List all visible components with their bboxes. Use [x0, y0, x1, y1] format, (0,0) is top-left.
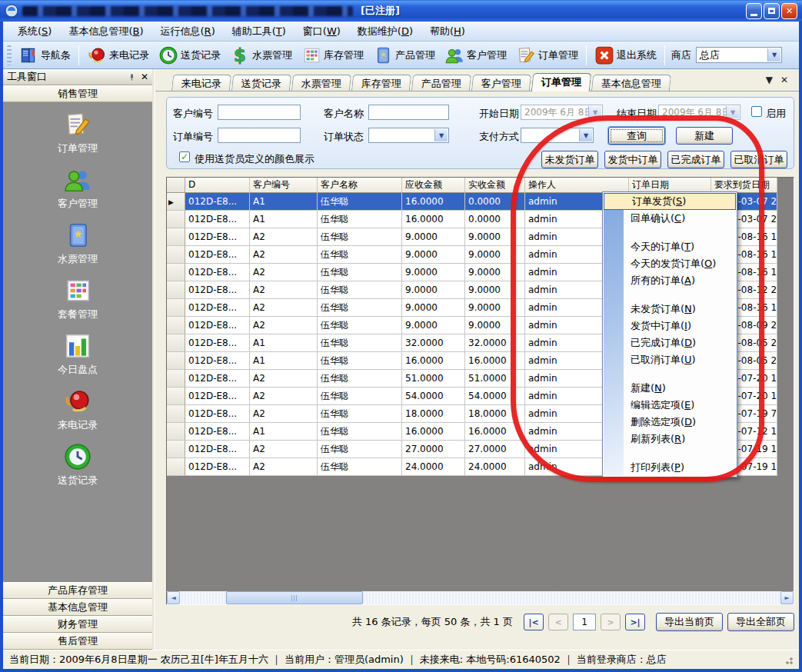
menu-item-6[interactable]: 帮助(H)	[421, 22, 474, 41]
menu-bar: 系统(S)基本信息管理(B)运行信息(R)辅助工具(T)窗口(W)数据维护(D)…	[3, 22, 799, 42]
sidebar-item-5[interactable]: 来电记录	[58, 387, 98, 432]
next-page-button[interactable]: >	[601, 614, 621, 630]
table-cell: 9.0000	[402, 228, 465, 246]
order-code-input[interactable]	[218, 128, 301, 143]
horizontal-scrollbar[interactable]: ◄ ►	[167, 591, 794, 604]
sidebar-item-1[interactable]: 客户管理	[58, 165, 98, 211]
menu-item-1[interactable]: 基本信息管理(B)	[60, 22, 151, 41]
toolbar-button-0[interactable]: 导航条	[14, 43, 75, 68]
row-header[interactable]	[167, 334, 185, 352]
row-header[interactable]	[167, 423, 185, 441]
row-header[interactable]	[167, 299, 185, 317]
row-header[interactable]	[167, 317, 185, 334]
tab-3[interactable]: 库存管理	[351, 75, 411, 91]
tab-close-icon[interactable]: ✕	[780, 75, 788, 85]
bar-chart-icon	[63, 331, 92, 361]
sidebar-item-3[interactable]: 套餐管理	[58, 276, 98, 321]
row-header[interactable]	[167, 281, 185, 299]
tab-0[interactable]: 来电记录	[171, 75, 231, 91]
pagination-bar: 共 16 条记录，每页 50 条，共 1 页 |< < > >| 导出当前页 导…	[166, 612, 794, 632]
column-header[interactable]: 客户名称	[318, 178, 402, 193]
toolbar-button-8[interactable]: 订单管理	[511, 43, 583, 68]
close-icon[interactable]: ✕	[141, 72, 148, 82]
tab-7[interactable]: 基本信息管理	[591, 75, 671, 91]
menu-item-4[interactable]: 窗口(W)	[295, 22, 349, 41]
scrollbar-track[interactable]	[180, 591, 780, 604]
sidebar-group-3[interactable]: 售后管理	[3, 633, 152, 650]
table-cell: 伍华聪	[318, 458, 402, 476]
table-cell: 18.0000	[402, 405, 465, 423]
tab-list-chevron-down-icon[interactable]: ▼	[766, 75, 773, 85]
tab-6[interactable]: 订单管理	[531, 73, 592, 91]
column-header[interactable]: 客户编号	[250, 178, 318, 193]
toolbar-button-2[interactable]: 来电记录	[82, 43, 154, 68]
resize-grip[interactable]	[784, 655, 793, 664]
customer-name-input[interactable]	[368, 105, 449, 120]
use-color-checkbox[interactable]: ✓	[179, 151, 190, 162]
toolbar-button-4[interactable]: $水票管理	[225, 43, 297, 68]
tab-2[interactable]: 水票管理	[291, 75, 351, 91]
row-header[interactable]	[167, 264, 185, 281]
toolbar-button-10[interactable]: 退出系统	[590, 43, 661, 68]
sidebar-group-2[interactable]: 财务管理	[3, 616, 152, 633]
sidebar-item-0[interactable]: 订单管理	[58, 110, 98, 155]
scrollbar-thumb[interactable]	[226, 591, 363, 604]
tab-5[interactable]: 客户管理	[471, 75, 531, 91]
maximize-button[interactable]	[764, 3, 780, 19]
row-header[interactable]	[167, 228, 185, 246]
column-header[interactable]: 应收金额	[402, 178, 465, 193]
row-header[interactable]	[167, 370, 185, 388]
toolbar-grip[interactable]	[7, 45, 12, 65]
shop-combobox[interactable]: 总店 ▼	[696, 47, 782, 63]
navigator-book-icon	[18, 45, 38, 65]
scroll-left-icon[interactable]: ◄	[167, 591, 180, 604]
tab-4[interactable]: 产品管理	[411, 75, 471, 91]
sidebar-item-2[interactable]: 水票管理	[58, 221, 98, 266]
row-header[interactable]	[167, 352, 185, 370]
start-date-value: 2009年 6月 8日	[524, 106, 593, 119]
enable-label: 启用	[766, 107, 786, 121]
enable-checkbox[interactable]	[751, 106, 762, 117]
row-header[interactable]: ▶	[167, 193, 185, 211]
sidebar-group-1[interactable]: 基本信息管理	[3, 599, 152, 616]
table-cell: 012D-E8...	[185, 228, 250, 246]
toolbar-button-7[interactable]: 客户管理	[440, 43, 511, 68]
chevron-down-icon[interactable]: ▼	[434, 129, 448, 141]
sidebar-item-4[interactable]: 今日盘点	[58, 331, 98, 377]
menu-item-0[interactable]: 系统(S)	[9, 22, 60, 41]
menu-item-2[interactable]: 运行信息(R)	[152, 22, 224, 41]
prev-page-button[interactable]: <	[548, 614, 568, 630]
export-all-pages-button[interactable]: 导出全部页	[727, 613, 794, 631]
order-status-combobox[interactable]: ▼	[368, 128, 449, 143]
menu-item-5[interactable]: 数据维护(D)	[349, 22, 421, 41]
column-header[interactable]: D	[185, 178, 250, 193]
toolbar-button-5[interactable]: 库存管理	[297, 43, 368, 68]
first-page-button[interactable]: |<	[524, 614, 544, 630]
row-header[interactable]	[167, 441, 185, 458]
row-header[interactable]	[167, 405, 185, 423]
sidebar-item-label: 送货记录	[58, 474, 98, 487]
sidebar-group-sales[interactable]: 销售管理	[3, 85, 152, 102]
table-cell: A2	[250, 405, 318, 423]
chevron-down-icon[interactable]: ▼	[767, 48, 780, 62]
order-code-label: 订单编号	[173, 130, 213, 144]
toolbar-button-3[interactable]: 送货记录	[154, 43, 225, 68]
scroll-right-icon[interactable]: ►	[780, 591, 794, 604]
pin-icon[interactable]	[128, 73, 136, 82]
minimize-button[interactable]	[746, 3, 762, 19]
customer-code-label: 客户编号	[173, 107, 213, 121]
last-page-button[interactable]: >|	[625, 614, 645, 630]
row-header[interactable]	[167, 211, 185, 228]
sidebar-group-0[interactable]: 产品库存管理	[3, 582, 152, 599]
tab-1[interactable]: 送货记录	[231, 75, 291, 91]
customer-code-input[interactable]	[218, 105, 301, 120]
page-number-input[interactable]	[573, 614, 596, 630]
row-header[interactable]	[167, 246, 185, 264]
row-header[interactable]	[167, 388, 185, 405]
toolbar-button-6[interactable]: 产品管理	[368, 43, 440, 68]
export-current-page-button[interactable]: 导出当前页	[656, 613, 723, 631]
close-button[interactable]: ✕	[781, 3, 797, 19]
row-header[interactable]	[167, 458, 185, 476]
sidebar-item-6[interactable]: 送货记录	[58, 442, 98, 487]
menu-item-3[interactable]: 辅助工具(T)	[224, 22, 295, 41]
